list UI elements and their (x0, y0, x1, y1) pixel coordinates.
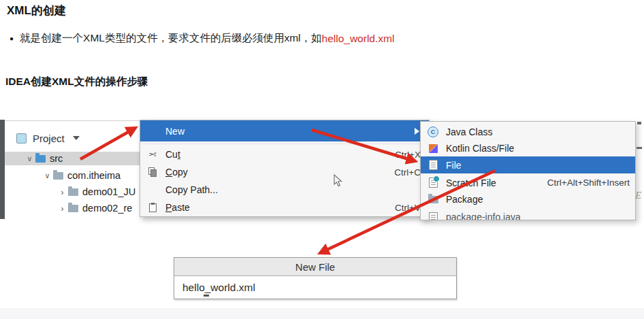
menu-item-new[interactable]: New (140, 120, 429, 141)
tree-item-com-itheima[interactable]: ∨ com.itheima (43, 169, 120, 182)
menu-separator (142, 144, 428, 144)
crop-artifact-letter: E (635, 190, 641, 201)
file-icon (427, 212, 439, 221)
bullet-item: ● 就是创建一个XML类型的文件，要求文件的后缀必须使用xml，如hello_w… (10, 31, 394, 46)
menu-item-label: Cut (165, 149, 180, 160)
bullet-dot-icon: ● (10, 35, 14, 42)
dialog-edge-artifact (204, 295, 209, 297)
dialog-title-bar: New File (174, 258, 456, 276)
project-tool-window: Project ∨ src ∨ com.itheima › demo01_JU … (5, 120, 140, 220)
crop-artifact (637, 122, 641, 124)
tree-item-src[interactable]: ∨ src (5, 152, 140, 165)
section-subtitle: IDEA创建XML文件的操作步骤 (5, 75, 148, 89)
expand-arrow-icon[interactable]: ∨ (25, 154, 34, 163)
menu-item-label: package-info.java (446, 212, 521, 220)
submenu-arrow-icon (415, 128, 419, 135)
dialog-title: New File (295, 261, 335, 273)
shortcut-label: Ctrl+X (395, 150, 421, 160)
submenu-item-java-class[interactable]: C Java Class (421, 124, 635, 140)
new-file-dialog: New File hello_world.xml (174, 257, 457, 299)
menu-item-label: Kotlin Class/File (446, 143, 514, 154)
menu-item-copy-path[interactable]: Copy Path... (140, 181, 429, 199)
tree-item-label: demo01_JU (82, 186, 135, 197)
submenu-item-clipped[interactable]: package-info.java (421, 209, 635, 220)
menu-item-copy[interactable]: Copy Ctrl+C (140, 163, 429, 181)
project-pane-icon (16, 133, 27, 144)
copy-icon (146, 167, 159, 177)
mouse-cursor-icon (334, 174, 342, 187)
bullet-highlight-text: hello_world.xml (322, 33, 395, 45)
folder-icon (53, 172, 63, 180)
tree-item-label: src (50, 153, 63, 164)
folder-icon (35, 155, 46, 163)
shortcut-label: Ctrl+C (394, 167, 421, 178)
project-panel-title: Project (33, 133, 65, 144)
shortcut-label: Ctrl+V (395, 203, 421, 213)
kotlin-icon (427, 144, 439, 153)
menu-item-label: Copy (165, 167, 188, 178)
filename-value: hello_world.xml (182, 282, 255, 294)
submenu-item-file[interactable]: File (421, 156, 635, 173)
java-class-icon: C (427, 127, 439, 137)
scratch-file-icon (427, 178, 439, 188)
collapse-arrow-icon[interactable]: › (58, 187, 67, 197)
context-menu: New ✂ Cut Ctrl+X Copy Ctrl+C Copy Path..… (140, 120, 430, 217)
tree-item-label: com.itheima (67, 170, 120, 181)
scissors-icon: ✂ (146, 149, 159, 160)
tree-item-demo02[interactable]: › demo02_re (58, 201, 132, 215)
chevron-down-icon[interactable] (73, 136, 80, 140)
menu-item-label: Paste (165, 202, 190, 213)
filename-input[interactable]: hello_world.xml (174, 276, 456, 299)
submenu-item-scratch-file[interactable]: Scratch File Ctrl+Alt+Shift+Insert (421, 174, 635, 191)
menu-item-label: File (446, 160, 462, 171)
menu-item-label: New (165, 126, 184, 137)
submenu-item-package[interactable]: Package (421, 191, 635, 207)
bullet-text: 就是创建一个XML类型的文件，要求文件的后缀必须使用xml，如 (20, 31, 321, 46)
crop-artifact (637, 147, 642, 149)
new-submenu: C Java Class Kotlin Class/File File Scra… (420, 121, 636, 220)
ide-window-edge (0, 120, 5, 219)
menu-item-label: Package (446, 194, 483, 205)
menu-item-cut[interactable]: ✂ Cut Ctrl+X (140, 146, 429, 163)
menu-item-label: Scratch File (446, 178, 496, 188)
collapse-arrow-icon[interactable]: › (58, 203, 67, 214)
menu-item-label: Copy Path... (165, 184, 218, 195)
menu-item-label: Java Class (446, 127, 492, 137)
submenu-item-kotlin[interactable]: Kotlin Class/File (421, 140, 635, 156)
tree-item-label: demo02_re (82, 203, 132, 214)
folder-icon (68, 205, 78, 212)
tree-item-demo01[interactable]: › demo01_JU (58, 185, 135, 199)
expand-arrow-icon[interactable]: ∨ (43, 171, 52, 180)
package-icon (427, 196, 439, 203)
paste-clipboard-icon (146, 203, 159, 212)
menu-item-paste[interactable]: Paste Ctrl+V (140, 199, 429, 216)
project-panel-header[interactable]: Project (16, 131, 80, 145)
file-icon (427, 160, 439, 170)
page-title: XML的创建 (7, 3, 66, 18)
page-bottom-band (0, 308, 644, 319)
folder-icon (68, 188, 78, 196)
shortcut-label: Ctrl+Alt+Shift+Insert (547, 178, 630, 188)
